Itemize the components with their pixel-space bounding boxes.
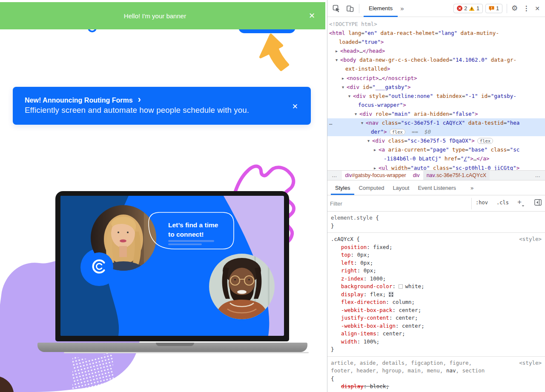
css-line[interactable]: flex-direction: column; <box>327 298 545 306</box>
dom-tree-line[interactable]: ▶<noscript>…</noscript> <box>327 74 545 83</box>
stylesheet-link[interactable]: <style> <box>519 236 542 242</box>
tab-elements[interactable]: Elements <box>364 0 398 17</box>
console-errors-badge[interactable]: ✕ 2 1 <box>453 4 483 13</box>
breadcrumb-item[interactable]: div <box>410 171 423 180</box>
close-devtools-icon[interactable]: ✕ <box>535 5 540 12</box>
expand-arrow-icon[interactable]: ▶ <box>336 47 340 56</box>
dom-tree-line[interactable]: der">flex == $0 <box>327 127 545 136</box>
css-rule-element-style[interactable]: element.style {} <box>327 212 545 233</box>
settings-gear-icon[interactable]: ⚙ <box>511 4 518 13</box>
css-line[interactable]: -webkit-box-pack: center; <box>327 306 545 315</box>
dom-tree[interactable]: <!DOCTYPE html><html lang="en" data-reac… <box>327 17 545 170</box>
expand-arrow-icon[interactable]: ▶ <box>374 164 379 171</box>
site-logo-partial <box>86 29 99 34</box>
breadcrumb-item-selected[interactable]: nav.sc-36e75f-1.cAQYcX <box>423 171 490 180</box>
dom-tree-line[interactable]: ▶<a aria-current="page" type="base" clas… <box>327 145 545 154</box>
expand-arrow-icon[interactable]: ▼ <box>355 110 359 119</box>
expand-arrow-icon[interactable]: ▶ <box>342 74 347 83</box>
css-rule-caqycx[interactable]: <style>.cAQYcX {position: fixed;top: 0px… <box>327 233 545 357</box>
tab-layout[interactable]: Layout <box>388 181 413 195</box>
css-rule-block-elements[interactable]: <style>article, aside, details, figcapti… <box>327 357 545 392</box>
tab-computed[interactable]: Computed <box>354 181 388 195</box>
toggle-hover-state-button[interactable]: :hov <box>476 200 488 206</box>
cursor-arrow-graphic <box>257 33 300 72</box>
device-toolbar-icon[interactable] <box>346 5 354 12</box>
tab-event-listeners[interactable]: Event Listeners <box>413 181 460 195</box>
placeholder-bar <box>168 243 202 245</box>
css-line[interactable]: element.style { <box>327 214 545 222</box>
css-line[interactable]: display: flex; <box>327 291 545 299</box>
dom-tree-line[interactable]: ▶<ul width="auto" class="sc-pt0hl1-0 jiC… <box>327 163 545 171</box>
more-panels-icon[interactable]: » <box>466 181 478 195</box>
dom-tree-line[interactable]: ▼<div style="outline:none" tabindex="-1"… <box>327 92 545 100</box>
dom-tree-line[interactable]: ▼<body data-new-gr-c-s-check-loaded="14.… <box>327 55 545 64</box>
kebab-menu-icon[interactable]: ⋮ <box>523 4 530 12</box>
breadcrumb-overflow-icon[interactable]: … <box>327 172 342 178</box>
css-line[interactable]: } <box>327 222 545 230</box>
issue-count: 1 <box>496 6 499 11</box>
toggle-class-button[interactable]: .cls <box>496 200 509 206</box>
css-line[interactable]: { <box>327 375 545 383</box>
css-line[interactable]: z-index: 1000; <box>327 275 545 283</box>
warning-icon <box>469 6 475 11</box>
more-tabs-icon[interactable]: » <box>400 5 404 12</box>
expand-arrow-icon[interactable]: ▼ <box>367 137 372 146</box>
calendly-logo <box>85 252 113 280</box>
css-line[interactable]: justify-content: center; <box>327 314 545 322</box>
dom-tree-line[interactable]: -1i84b6l-0 bLatCj" href="/">…</a> <box>327 154 545 163</box>
man-portrait <box>209 254 275 319</box>
tab-styles[interactable]: Styles <box>331 181 354 195</box>
css-line[interactable]: top: 0px; <box>327 251 545 259</box>
error-icon: ✕ <box>457 6 462 11</box>
css-line[interactable]: right: 0px; <box>327 267 545 275</box>
css-line[interactable]: } <box>327 346 545 354</box>
css-line[interactable]: display: block; <box>327 383 545 391</box>
dom-tree-line[interactable]: ▼<div id="___gatsby"> <box>327 83 545 92</box>
css-line[interactable]: .cAQYcX { <box>327 235 545 243</box>
promo-banner[interactable]: New! Announcing Routing Forms › Efficien… <box>13 87 311 125</box>
devtools-panel: Elements » ✕ 2 1 1 ⚙ ⋮ ✕ <!DOCTYPE html>… <box>327 0 545 392</box>
issues-badge[interactable]: 1 <box>485 4 502 13</box>
stylesheet-link[interactable]: <style> <box>519 360 542 366</box>
dom-tree-line[interactable]: ▼<div role="main" aria-hidden="false"> <box>327 109 545 118</box>
chevron-right-icon: › <box>138 97 141 103</box>
banner-text: Hello! I'm your banner <box>124 12 186 20</box>
expand-arrow-icon[interactable]: ▼ <box>342 83 347 92</box>
css-line[interactable]: article, aside, details, figcaption, fig… <box>327 359 545 367</box>
css-line[interactable]: position: fixed; <box>327 243 545 252</box>
css-line[interactable]: footer, header, hgroup, main, menu, nav,… <box>327 367 545 375</box>
breadcrumb-item[interactable]: div#gatsby-focus-wrapper <box>342 171 410 180</box>
css-line[interactable]: left: 0px; <box>327 259 545 267</box>
dom-tree-line[interactable]: focus-wrapper"> <box>327 100 545 109</box>
dom-tree-line[interactable]: <html lang="en" data-react-helmet="lang"… <box>327 29 545 37</box>
expand-arrow-icon[interactable]: ▶ <box>374 146 379 155</box>
warning-count: 1 <box>476 6 479 11</box>
dom-tree-line[interactable]: loaded="true"> <box>327 37 545 46</box>
dom-tree-line[interactable]: <!DOCTYPE html> <box>327 20 545 29</box>
promo-subtitle: Efficiently screen and automate how peop… <box>25 106 311 115</box>
css-line[interactable]: -webkit-box-align: center; <box>327 322 545 330</box>
css-line[interactable]: align-items: center; <box>327 330 545 338</box>
inspect-element-icon[interactable] <box>333 5 340 12</box>
styles-tab-bar: Styles Computed Layout Event Listeners » <box>327 181 545 195</box>
css-line[interactable]: width: 100%; <box>327 338 545 346</box>
dom-tree-line[interactable]: …▼<nav class="sc-36e75f-1 cAQYcX" data-t… <box>327 118 545 127</box>
dom-tree-line[interactable]: ▼<div class="sc-36e75f-5 fDqaOX">flex <box>327 136 545 145</box>
new-style-rule-button[interactable]: + <box>517 198 522 206</box>
sidebar-toggle-icon[interactable] <box>534 199 542 207</box>
laptop-shadow <box>64 352 309 353</box>
styles-filter-row: :hov .cls + <box>327 196 545 212</box>
expand-arrow-icon[interactable]: ▼ <box>348 92 353 101</box>
web-page: Let’s find a time to connect! <box>0 0 327 392</box>
promo-close-icon[interactable]: ✕ <box>292 103 298 110</box>
css-line[interactable]: } <box>327 391 545 392</box>
breadcrumb-overflow-icon[interactable]: … <box>531 172 545 178</box>
css-line[interactable]: background-color: white; <box>327 283 545 291</box>
banner-close-icon[interactable]: ✕ <box>309 12 315 20</box>
dom-tree-line[interactable]: ▶<head>…</head> <box>327 46 545 55</box>
expand-arrow-icon[interactable]: ▼ <box>336 56 340 65</box>
dom-tree-line[interactable]: ext-installed> <box>327 64 545 73</box>
css-rules-list: element.style {} <style>.cAQYcX {positio… <box>327 212 545 392</box>
styles-filter-input[interactable] <box>330 198 469 209</box>
expand-arrow-icon[interactable]: ▼ <box>361 119 366 128</box>
